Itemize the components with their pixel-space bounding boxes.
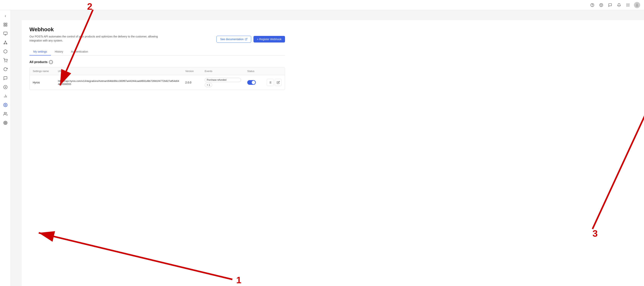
- sidebar-item-refresh[interactable]: [0, 65, 11, 73]
- svg-point-37: [4, 112, 6, 114]
- see-documentation-button[interactable]: See documentation: [216, 36, 251, 43]
- svg-point-36: [5, 104, 6, 105]
- chat-icon[interactable]: [607, 2, 613, 8]
- svg-point-8: [626, 5, 627, 5]
- top-navigation: [0, 0, 644, 10]
- sidebar-item-finance[interactable]: [0, 83, 11, 91]
- cell-version: 2.0.0: [182, 75, 202, 90]
- events-more-badge[interactable]: + 1: [205, 83, 212, 87]
- sidebar-item-messages[interactable]: [0, 74, 11, 82]
- svg-line-26: [6, 42, 6, 43]
- section-collapse-icon[interactable]: −: [49, 60, 53, 64]
- svg-point-40: [5, 122, 6, 123]
- cell-status: [244, 75, 264, 90]
- cell-settings-name: Hyros: [30, 75, 55, 90]
- sidebar-item-network[interactable]: [0, 38, 11, 47]
- svg-point-3: [601, 4, 601, 5]
- svg-point-10: [629, 5, 629, 5]
- svg-rect-18: [6, 25, 7, 26]
- svg-rect-16: [6, 23, 7, 24]
- svg-point-5: [626, 4, 627, 4]
- svg-point-39: [4, 122, 6, 124]
- avatar[interactable]: [634, 2, 640, 8]
- tab-authentication[interactable]: Authentication: [67, 48, 92, 56]
- svg-point-7: [629, 4, 629, 4]
- edit-action-button[interactable]: [275, 79, 282, 86]
- help-icon[interactable]: [590, 2, 595, 8]
- sidebar: [0, 10, 11, 286]
- face-icon[interactable]: [598, 2, 604, 8]
- list-action-button[interactable]: [266, 79, 274, 86]
- register-webhook-button[interactable]: + Register Webhook: [254, 36, 285, 43]
- col-header-events: Events: [202, 67, 244, 75]
- col-header-status: Status: [244, 67, 264, 75]
- sidebar-item-analytics[interactable]: [0, 30, 11, 38]
- svg-rect-17: [4, 25, 5, 26]
- event-badge: Purchase refunded: [205, 78, 241, 82]
- svg-point-1: [592, 6, 592, 6]
- svg-point-11: [626, 6, 627, 7]
- svg-line-25: [4, 42, 5, 43]
- cell-events: Purchase refunded + 1: [202, 75, 244, 90]
- col-header-url: URL: [55, 67, 182, 75]
- svg-point-4: [602, 4, 602, 5]
- cell-actions: [264, 75, 285, 90]
- tabs: My settings History Authentication: [30, 48, 285, 56]
- svg-point-13: [629, 6, 629, 7]
- sidebar-item-users[interactable]: [0, 110, 11, 118]
- svg-point-28: [5, 62, 5, 62]
- svg-point-29: [6, 62, 7, 62]
- svg-point-12: [628, 6, 628, 7]
- sidebar-item-cart[interactable]: [0, 56, 11, 64]
- sidebar-item-target[interactable]: [0, 119, 11, 127]
- svg-rect-19: [4, 32, 7, 35]
- svg-point-6: [628, 4, 628, 4]
- section-title: All products −: [30, 60, 285, 64]
- svg-point-22: [5, 41, 6, 42]
- svg-point-14: [636, 4, 638, 5]
- sidebar-item-settings[interactable]: [0, 101, 11, 109]
- svg-point-2: [600, 3, 603, 7]
- page-title: Webhook: [30, 26, 285, 33]
- bell-icon[interactable]: [616, 2, 622, 8]
- col-header-actions: [264, 67, 285, 75]
- page-description: Our POSTs API automates the control of y…: [30, 35, 161, 43]
- webhook-table: Settings name URL Version Events Status: [30, 67, 285, 90]
- apps-icon[interactable]: [625, 2, 631, 8]
- sidebar-item-products[interactable]: [0, 47, 11, 56]
- col-header-version: Version: [182, 67, 202, 75]
- sidebar-toggle[interactable]: [0, 13, 11, 20]
- tab-my-settings[interactable]: My settings: [30, 48, 51, 56]
- sidebar-item-reports[interactable]: [0, 92, 11, 100]
- header-actions: See documentation + Register Webhook: [216, 36, 285, 43]
- status-toggle[interactable]: [247, 80, 256, 85]
- svg-point-9: [628, 5, 628, 5]
- svg-line-42: [246, 38, 247, 39]
- cell-url: https://api.hyros.com/v1/integrations/ho…: [55, 75, 182, 90]
- col-header-settings-name: Settings name: [30, 67, 55, 75]
- tab-history[interactable]: History: [51, 48, 67, 56]
- table-row: Hyros https://api.hyros.com/v1/integrati…: [30, 75, 285, 90]
- svg-rect-15: [4, 23, 5, 24]
- sidebar-item-dashboard[interactable]: [0, 21, 11, 29]
